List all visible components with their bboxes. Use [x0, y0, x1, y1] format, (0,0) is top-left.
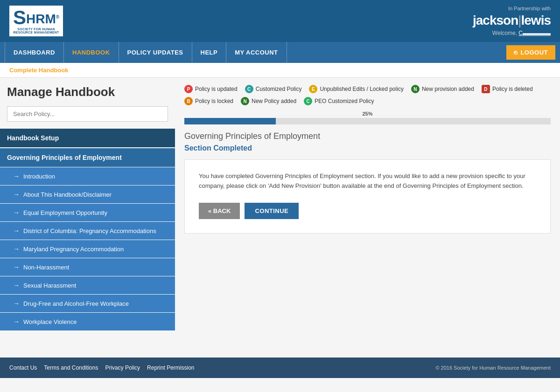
arrow-icon: → [13, 172, 20, 180]
sidebar-item-equal-employment[interactable]: → Equal Employment Opportunity [0, 204, 175, 221]
sidebar-item-non-harassment[interactable]: → Non-Harassment [0, 258, 175, 276]
nav-my-account[interactable]: MY ACCOUNT [226, 42, 287, 63]
legend-label-b: Policy is locked [195, 98, 233, 104]
footer-terms[interactable]: Terms and Conditions [44, 364, 98, 371]
legend-new-provision: N New provision added [411, 85, 474, 93]
nav-handbook[interactable]: HANDBOOK [64, 42, 119, 63]
section-heading: Governing Principles of Employment [184, 131, 551, 141]
content-area: P Policy is updated C Customized Policy … [175, 78, 560, 358]
top-header: S HRM® SOCIETY FOR HUMANRESOURCE MANAGEM… [0, 0, 560, 42]
footer-privacy[interactable]: Privacy Policy [105, 364, 140, 371]
logout-label: LOGOUT [520, 49, 548, 56]
sidebar-item-label: About This Handbook/Disclaimer [23, 191, 112, 198]
logout-button[interactable]: ⎋ LOGOUT [506, 45, 555, 60]
legend-badge-c2: C [304, 97, 312, 105]
legend-badge-e: E [309, 85, 317, 93]
sidebar-item-sexual-harassment[interactable]: → Sexual Harassment [0, 276, 175, 294]
main-nav: DASHBOARD HANDBOOK POLICY UPDATES HELP M… [0, 42, 560, 63]
partner-area: In Partnership with jackson|lewis Welcom… [473, 6, 551, 36]
sidebar-item-label: District of Columbia: Pregnancy Accommod… [23, 227, 156, 234]
legend-policy-updated: P Policy is updated [184, 85, 238, 93]
legend: P Policy is updated C Customized Policy … [184, 85, 551, 105]
sidebar-item-drug-free[interactable]: → Drug-Free and Alcohol-Free Workplace [0, 295, 175, 312]
progress-bar-fill [184, 118, 276, 124]
legend-label-e: Unpublished Edits / Locked policy [320, 86, 403, 92]
shrm-s-letter: S [13, 8, 26, 28]
sidebar-item-label: Sexual Harassment [23, 282, 76, 289]
footer: Contact Us Terms and Conditions Privacy … [0, 358, 560, 378]
footer-reprint[interactable]: Reprint Permission [147, 364, 194, 371]
arrow-icon: → [13, 227, 20, 234]
legend-badge-n: N [411, 85, 420, 93]
action-buttons: « BACK CONTINUE [199, 203, 536, 219]
legend-badge-p: P [184, 85, 193, 93]
sidebar-item-maryland-pregnancy[interactable]: → Maryland Pregnancy Accommodation [0, 240, 175, 258]
section-completed-label: Section Completed [184, 144, 551, 152]
sidebar-item-workplace-violence[interactable]: → Workplace Violence [0, 313, 175, 330]
sidebar-item-label: Drug-Free and Alcohol-Free Workplace [23, 300, 129, 307]
legend-peo-customized: C PEO Customized Policy [304, 97, 374, 105]
progress-bar-background [184, 118, 551, 124]
legend-customized-policy: C Customized Policy [245, 85, 302, 93]
arrow-icon: → [13, 263, 20, 271]
search-input[interactable] [7, 106, 168, 122]
progress-label: 25% [184, 111, 551, 117]
legend-badge-d: D [482, 85, 490, 93]
legend-badge-c: C [245, 85, 253, 93]
progress-container: 25% [184, 111, 551, 124]
sidebar-item-label: Maryland Pregnancy Accommodation [23, 246, 124, 253]
breadcrumb-link[interactable]: Complete Handbook [9, 67, 68, 74]
sidebar: Manage Handbook Handbook Setup Governing… [0, 78, 175, 358]
page-title: Manage Handbook [0, 85, 175, 106]
continue-button[interactable]: CONTINUE [245, 203, 299, 219]
legend-unpublished-edits: E Unpublished Edits / Locked policy [309, 85, 403, 93]
logout-icon: ⎋ [514, 49, 518, 56]
shrm-logo: S HRM® SOCIETY FOR HUMANRESOURCE MANAGEM… [9, 6, 63, 36]
arrow-icon: → [13, 209, 20, 216]
sidebar-item-label: Introduction [23, 173, 55, 180]
legend-new-policy: N New Policy added [241, 97, 296, 105]
sidebar-item-label: Workplace Violence [23, 318, 77, 325]
shrm-tagline: SOCIETY FOR HUMANRESOURCE MANAGEMENT [13, 28, 59, 34]
legend-badge-n2: N [241, 97, 249, 105]
nav-policy-updates[interactable]: POLICY UPDATES [119, 42, 192, 63]
sidebar-handbook-setup[interactable]: Handbook Setup [0, 129, 175, 147]
legend-label-n2: New Policy added [252, 98, 296, 104]
sidebar-group-governing[interactable]: Governing Principles of Employment [0, 148, 175, 167]
legend-label-c: Customized Policy [256, 86, 302, 92]
legend-policy-deleted: D Policy is deleted [482, 85, 533, 93]
arrow-icon: → [13, 282, 20, 289]
jackson-lewis-logo: jackson|lewis [473, 13, 551, 28]
completion-message: You have completed Governing Principles … [199, 172, 536, 191]
legend-label-n: New provision added [422, 86, 474, 92]
footer-links: Contact Us Terms and Conditions Privacy … [9, 364, 194, 371]
main-content: Manage Handbook Handbook Setup Governing… [0, 78, 560, 358]
sidebar-item-introduction[interactable]: → Introduction [0, 167, 175, 185]
in-partnership-text: In Partnership with [473, 6, 551, 11]
legend-label-c2: PEO Customized Policy [315, 98, 374, 104]
legend-badge-b: B [184, 97, 193, 105]
nav-help[interactable]: HELP [192, 42, 227, 63]
content-card: You have completed Governing Principles … [184, 159, 551, 234]
sidebar-item-label: Equal Employment Opportunity [23, 209, 107, 216]
legend-label-p: Policy is updated [195, 86, 238, 92]
arrow-icon: → [13, 191, 20, 198]
logo-area: S HRM® SOCIETY FOR HUMANRESOURCE MANAGEM… [9, 6, 63, 36]
arrow-icon: → [13, 300, 20, 307]
sidebar-item-dc-pregnancy[interactable]: → District of Columbia: Pregnancy Accomm… [0, 222, 175, 240]
shrm-hrm-letters: HRM® [26, 12, 59, 27]
welcome-text: Welcome, C▬▬▬▬▬ [473, 30, 551, 36]
back-button[interactable]: « BACK [199, 203, 240, 219]
nav-dashboard[interactable]: DASHBOARD [5, 42, 64, 63]
arrow-icon: → [13, 245, 20, 253]
sidebar-item-about-handbook[interactable]: → About This Handbook/Disclaimer [0, 186, 175, 203]
legend-label-d: Policy is deleted [492, 86, 533, 92]
arrow-icon: → [13, 318, 20, 325]
footer-contact[interactable]: Contact Us [9, 364, 37, 371]
sidebar-item-label: Non-Harassment [23, 264, 69, 271]
footer-copyright: © 2016 Society for Human Resource Manage… [435, 365, 551, 371]
legend-policy-locked: B Policy is locked [184, 97, 233, 105]
breadcrumb: Complete Handbook [0, 63, 560, 78]
